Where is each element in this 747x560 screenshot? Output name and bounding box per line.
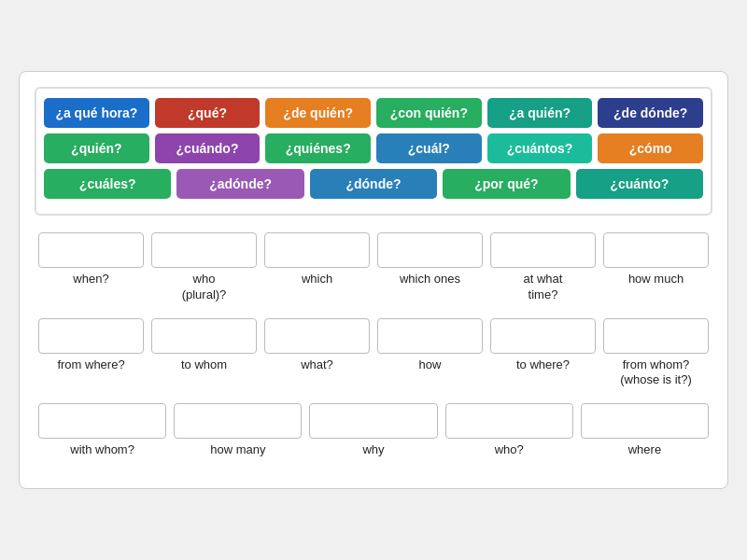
answer-col-1-3: which	[261, 232, 374, 303]
tile-¿quiénes?[interactable]: ¿quiénes?	[265, 133, 371, 163]
answer-label-3-5: where	[628, 442, 661, 458]
answer-label-3-2: how many	[210, 442, 265, 458]
answer-row-1: when?who(plural)?whichwhich onesat whatt…	[35, 232, 712, 303]
tile-¿a quién?[interactable]: ¿a quién?	[487, 98, 593, 128]
tile-¿de dónde?[interactable]: ¿de dónde?	[598, 98, 703, 128]
answer-col-1-1: when?	[35, 232, 148, 303]
answer-box-3-2[interactable]	[174, 403, 302, 439]
answer-col-1-5: at whattime?	[486, 232, 599, 303]
answer-label-2-3: what?	[301, 357, 333, 373]
answer-col-2-1: from where?	[35, 318, 148, 389]
answer-box-3-3[interactable]	[309, 403, 437, 439]
answer-label-3-1: with whom?	[70, 442, 134, 458]
answer-col-3-5: where	[577, 403, 712, 458]
tile-¿adónde?[interactable]: ¿adónde?	[176, 169, 303, 199]
answer-col-2-5: to where?	[486, 318, 599, 389]
answer-box-1-5[interactable]	[490, 232, 596, 268]
answer-label-1-3: which	[302, 272, 332, 287]
answer-col-3-4: who?	[442, 403, 577, 458]
answer-box-3-1[interactable]	[38, 403, 166, 439]
answer-box-2-4[interactable]	[377, 318, 483, 354]
answer-col-3-3: why	[305, 403, 441, 458]
answer-box-1-2[interactable]	[151, 232, 257, 268]
tile-¿cuánto?[interactable]: ¿cuánto?	[576, 169, 703, 199]
answer-box-3-4[interactable]	[445, 403, 573, 439]
tile-¿qué?[interactable]: ¿qué?	[155, 98, 261, 128]
answer-box-1-4[interactable]	[377, 232, 483, 268]
tile-¿cuál?[interactable]: ¿cuál?	[376, 133, 482, 163]
tile-¿cuántos?[interactable]: ¿cuántos?	[487, 133, 593, 163]
answer-col-1-6: how much	[599, 232, 712, 303]
answer-label-2-2: to whom	[181, 357, 227, 373]
answer-col-3-1: with whom?	[35, 403, 170, 458]
answer-label-2-6: from whom?(whose is it?)	[620, 357, 692, 389]
main-container: ¿a qué hora?¿qué?¿de quién?¿con quién?¿a…	[19, 71, 728, 489]
answer-box-2-6[interactable]	[603, 318, 709, 354]
answer-row-3: with whom?how manywhywho?where	[35, 403, 712, 458]
answer-box-3-5[interactable]	[581, 403, 709, 439]
answer-label-2-5: to where?	[516, 357, 570, 373]
answer-box-1-1[interactable]	[38, 232, 144, 268]
tile-¿dónde?[interactable]: ¿dónde?	[310, 169, 437, 199]
tile-¿de quién?[interactable]: ¿de quién?	[265, 98, 371, 128]
tiles-section: ¿a qué hora?¿qué?¿de quién?¿con quién?¿a…	[35, 87, 712, 216]
tile-row-3: ¿cuáles?¿adónde?¿dónde?¿por qué?¿cuánto?	[44, 169, 703, 199]
answer-col-2-2: to whom	[148, 318, 261, 389]
answer-label-1-5: at whattime?	[524, 272, 563, 303]
tile-¿por qué?[interactable]: ¿por qué?	[443, 169, 570, 199]
answer-label-1-4: which ones	[400, 272, 460, 287]
answer-label-2-4: how	[419, 357, 442, 373]
answer-label-1-6: how much	[628, 272, 684, 287]
tile-row-1: ¿a qué hora?¿qué?¿de quién?¿con quién?¿a…	[44, 98, 703, 128]
tile-¿cuándo?[interactable]: ¿cuándo?	[155, 133, 261, 163]
answer-box-2-2[interactable]	[151, 318, 257, 354]
tile-¿cómo[interactable]: ¿cómo	[598, 133, 703, 163]
answer-col-1-2: who(plural)?	[148, 232, 261, 303]
answer-box-2-5[interactable]	[490, 318, 596, 354]
tile-¿con quién?[interactable]: ¿con quién?	[376, 98, 482, 128]
answer-label-1-1: when?	[73, 272, 108, 287]
answer-col-1-4: which ones	[374, 232, 486, 303]
answer-label-2-1: from where?	[57, 357, 124, 373]
tile-¿cuáles?[interactable]: ¿cuáles?	[44, 169, 171, 199]
tile-¿a qué hora?[interactable]: ¿a qué hora?	[44, 98, 149, 128]
answer-box-1-6[interactable]	[603, 232, 709, 268]
answer-label-3-4: who?	[495, 442, 524, 458]
answer-box-1-3[interactable]	[264, 232, 370, 268]
answer-label-3-3: why	[362, 442, 384, 458]
tile-¿quién?[interactable]: ¿quién?	[44, 133, 149, 163]
answer-col-2-6: from whom?(whose is it?)	[599, 318, 712, 389]
answer-box-2-3[interactable]	[264, 318, 370, 354]
answer-row-2: from where?to whomwhat?howto where?from …	[35, 318, 712, 389]
answer-section: when?who(plural)?whichwhich onesat whatt…	[35, 232, 712, 473]
answer-col-2-4: how	[374, 318, 486, 389]
answer-label-1-2: who(plural)?	[182, 272, 227, 303]
tile-row-2: ¿quién?¿cuándo?¿quiénes?¿cuál?¿cuántos?¿…	[44, 133, 703, 163]
answer-col-2-3: what?	[261, 318, 374, 389]
answer-col-3-2: how many	[170, 403, 305, 458]
answer-box-2-1[interactable]	[38, 318, 144, 354]
